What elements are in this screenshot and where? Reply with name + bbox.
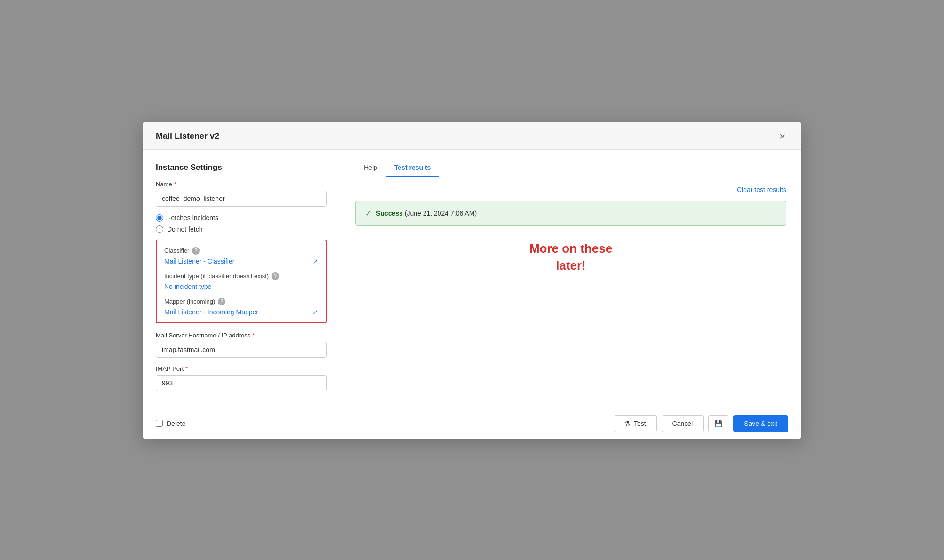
incident-type-link[interactable]: No incident type xyxy=(164,283,211,290)
instance-settings-title: Instance Settings xyxy=(156,163,327,172)
fetch-radio-group: Fetches incidents Do not fetch xyxy=(156,214,327,233)
imap-port-required-star: * xyxy=(185,365,188,372)
modal-header: Mail Listener v2 × xyxy=(143,122,801,150)
success-label: Success xyxy=(376,209,403,217)
mapper-external-icon[interactable]: ↗ xyxy=(312,308,318,316)
success-banner: ✓ Success (June 21, 2024 7:06 AM) xyxy=(355,201,786,226)
success-date: (June 21, 2024 7:06 AM) xyxy=(405,209,477,217)
classifier-box: Classifier ? Mail Listener - Classifier … xyxy=(156,240,327,323)
imap-port-input[interactable] xyxy=(156,375,327,391)
classifier-link[interactable]: Mail Listener - Classifier xyxy=(164,257,234,265)
classifier-label: Classifier ? xyxy=(164,247,318,255)
footer-left: Delete xyxy=(156,420,185,427)
tabs-row: Help Test results xyxy=(355,159,786,177)
close-button[interactable]: × xyxy=(776,130,788,143)
classifier-help-icon[interactable]: ? xyxy=(192,247,200,255)
flask-icon: ⚗ xyxy=(624,420,631,427)
success-checkmark-icon: ✓ xyxy=(365,209,371,218)
save-icon-button[interactable]: 💾 xyxy=(708,415,728,432)
radio-fetches-incidents[interactable]: Fetches incidents xyxy=(156,214,327,222)
modal-dialog: Mail Listener v2 × Instance Settings Nam… xyxy=(143,122,801,439)
delete-label: Delete xyxy=(167,420,185,427)
footer-right: ⚗ Test Cancel 💾 Save & exit xyxy=(614,415,788,432)
delete-checkbox-label[interactable]: Delete xyxy=(156,420,185,427)
mail-server-required-star: * xyxy=(252,332,255,339)
mapper-label: Mapper (incoming) ? xyxy=(164,298,318,305)
test-button[interactable]: ⚗ Test xyxy=(614,415,657,432)
tab-help[interactable]: Help xyxy=(355,159,386,177)
modal-overlay: Mail Listener v2 × Instance Settings Nam… xyxy=(0,0,944,560)
radio-do-not-fetch-label: Do not fetch xyxy=(167,225,203,233)
cancel-button[interactable]: Cancel xyxy=(662,415,704,432)
incident-type-field: Incident type (if classifier doesn't exi… xyxy=(164,272,318,290)
radio-fetches-label: Fetches incidents xyxy=(167,214,218,222)
delete-checkbox-input[interactable] xyxy=(156,420,163,427)
modal-footer: Delete ⚗ Test Cancel 💾 Save & exit xyxy=(143,408,801,439)
clear-test-results-container: Clear test results xyxy=(355,186,786,193)
mapper-link-row: Mail Listener - Incoming Mapper ↗ xyxy=(164,308,318,316)
more-on-these-text: More on theselater! xyxy=(355,240,786,274)
mail-server-label: Mail Server Hostname / IP address * xyxy=(156,332,327,339)
tab-test-results[interactable]: Test results xyxy=(386,159,440,177)
classifier-external-icon[interactable]: ↗ xyxy=(312,257,318,265)
classifier-field: Classifier ? Mail Listener - Classifier … xyxy=(164,247,318,265)
mapper-field: Mapper (incoming) ? Mail Listener - Inco… xyxy=(164,298,318,316)
mapper-link[interactable]: Mail Listener - Incoming Mapper xyxy=(164,308,258,316)
test-button-label: Test xyxy=(634,420,646,427)
name-label: Name * xyxy=(156,181,327,188)
incident-type-label: Incident type (if classifier doesn't exi… xyxy=(164,272,318,280)
required-star: * xyxy=(174,181,176,188)
save-exit-button[interactable]: Save & exit xyxy=(733,415,788,432)
imap-port-label: IMAP Port * xyxy=(156,365,327,372)
save-disk-icon: 💾 xyxy=(714,420,722,427)
incident-type-help-icon[interactable]: ? xyxy=(272,272,279,280)
modal-body: Instance Settings Name * Fetches inciden… xyxy=(143,150,801,408)
radio-do-not-fetch[interactable]: Do not fetch xyxy=(156,225,327,233)
more-on-these-container: More on theselater! xyxy=(355,240,786,274)
classifier-link-row: Mail Listener - Classifier ↗ xyxy=(164,257,318,265)
success-text: Success (June 21, 2024 7:06 AM) xyxy=(376,209,477,217)
mail-server-input[interactable] xyxy=(156,342,327,358)
mapper-help-icon[interactable]: ? xyxy=(218,298,225,305)
name-input[interactable] xyxy=(156,191,327,207)
modal-title: Mail Listener v2 xyxy=(156,131,219,141)
left-panel: Instance Settings Name * Fetches inciden… xyxy=(143,150,340,408)
clear-test-results-link[interactable]: Clear test results xyxy=(737,186,786,193)
right-panel: Help Test results Clear test results ✓ S… xyxy=(340,150,801,408)
